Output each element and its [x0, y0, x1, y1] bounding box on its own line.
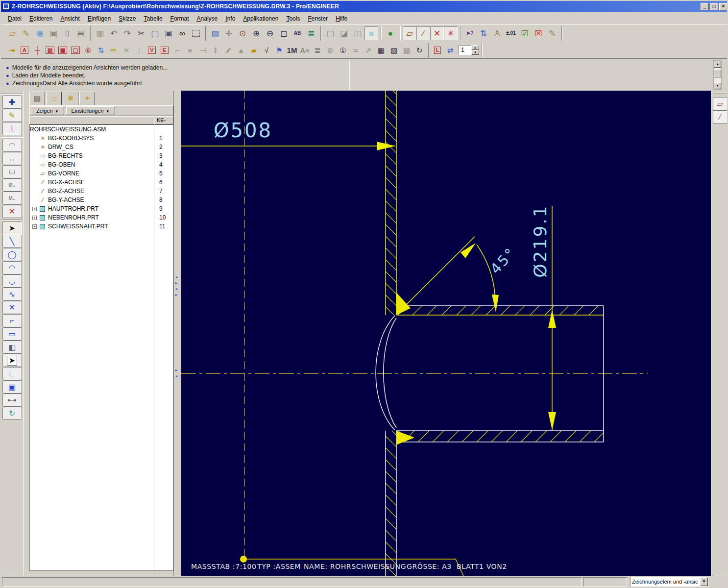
show-menu-button[interactable]: Zeigen▼	[31, 106, 64, 115]
scroll-up-icon[interactable]: ▲	[714, 61, 721, 68]
maximize-button[interactable]: □	[710, 3, 718, 10]
insert-view-button[interactable]: ⇥	[5, 44, 18, 56]
menu-item[interactable]: Fenster	[304, 14, 332, 24]
pan-zoom-button[interactable]: ✛	[222, 26, 236, 40]
menu-item[interactable]: Analyse	[193, 14, 222, 24]
circle-tool[interactable]: ◯	[2, 248, 22, 261]
text-align-button[interactable]: A≡	[298, 44, 311, 56]
report-button[interactable]: ≣	[311, 44, 324, 56]
selection-filter-combobox[interactable]: Zeichnungselem und -ansic ▼	[630, 577, 708, 587]
splitter-collapse-icon[interactable]: ▸◂	[175, 368, 177, 379]
table-update-button[interactable]: ↻	[413, 44, 426, 56]
spline-tool[interactable]: ∿	[2, 288, 22, 301]
update-views-button[interactable]: ⇄	[444, 44, 457, 56]
cleanup-dims-button[interactable]: ✏	[107, 44, 120, 56]
expand-icon[interactable]: +	[32, 207, 37, 211]
table-delete-button[interactable]: ▧	[388, 44, 400, 56]
ordinate-dim-button[interactable]: ⋮	[133, 44, 146, 56]
drawing-models-button[interactable]: L	[431, 44, 444, 56]
export-button[interactable]: ▣	[47, 26, 60, 40]
zoom-window-button[interactable]: ◻	[277, 26, 291, 40]
dimension-tool[interactable]: ↔	[2, 152, 22, 165]
ref-dimension-tool[interactable]: (..)	[2, 165, 22, 178]
tree-item-label[interactable]: BG-RECHTS	[48, 152, 156, 159]
connections-tab[interactable]: ✦	[79, 92, 95, 105]
overlay-folder-button[interactable]: ▰	[247, 44, 260, 56]
tree-row[interactable]: BG-VORNE 5	[30, 169, 173, 178]
redo-button[interactable]: ↷	[121, 26, 134, 40]
expand-icon[interactable]: +	[32, 216, 37, 220]
move-item-button[interactable]: ⇗	[362, 44, 375, 56]
arrange-dims-button[interactable]: ≍	[349, 44, 362, 56]
corner-tool[interactable]: ∟	[2, 367, 22, 380]
tree-item-label[interactable]: BG-X-ACHSE	[48, 179, 156, 186]
tree-row[interactable]: ROHRSCHWEISSUNG.ASM	[30, 125, 173, 134]
point-display-toggle[interactable]: ✕	[430, 26, 444, 40]
tree-row[interactable]: + NEBENROHR.PRT 10	[30, 213, 173, 222]
sheet-up-button[interactable]: ▲	[471, 45, 479, 50]
copy-button[interactable]: ▢	[148, 26, 162, 40]
tree-row[interactable]: BG-Z-ACHSE 7	[30, 187, 173, 196]
axis-display-toggle[interactable]: ⁄	[416, 26, 430, 40]
create-dimension-button[interactable]: ⇅	[95, 44, 107, 56]
zoom-selected-button[interactable]: ⊙	[236, 26, 249, 40]
undo-button[interactable]: ↶	[107, 26, 121, 40]
chamfer-tool[interactable]: ⌐	[2, 314, 22, 327]
plane-display-side-toggle[interactable]: ▱	[713, 97, 728, 110]
nb-check-button[interactable]: √	[260, 44, 273, 56]
scroll-thumb[interactable]	[714, 70, 721, 77]
tree-item-label[interactable]: BG-Z-ACHSE	[48, 188, 156, 195]
minimize-button[interactable]: _	[701, 3, 709, 10]
diameter-dimension-tool[interactable]: Ø..	[2, 178, 22, 192]
shaded-button[interactable]: ■	[364, 26, 378, 40]
linear-dim-tool[interactable]: ⇤⇥	[2, 393, 22, 407]
window-activate-button[interactable]: ☑	[518, 26, 532, 40]
point-tool[interactable]: ✕	[2, 301, 22, 314]
save-button[interactable]: ▦	[33, 26, 47, 40]
jog-button[interactable]: ⁄⁄	[222, 44, 235, 56]
sheet-number-input[interactable]	[459, 45, 471, 55]
bound-1m-button[interactable]: 1M	[286, 44, 298, 56]
menu-item[interactable]: Skizze	[115, 14, 140, 24]
tree-item-label[interactable]: BG-VORNE	[48, 170, 156, 177]
select-marquee-button[interactable]	[189, 26, 203, 40]
menu-item[interactable]: Format	[167, 14, 193, 24]
tree-row[interactable]: BG-KOORD-SYS 1	[30, 134, 173, 143]
sheet-frame-button[interactable]: ▢	[69, 44, 82, 56]
tree-item-label[interactable]: SCHWEISSNAHT.PRT	[48, 223, 156, 230]
dimension-main-diameter[interactable]: Ø508	[214, 119, 272, 142]
favorites-tab[interactable]: ✱	[63, 92, 78, 105]
tree-item-label[interactable]: BG-OBEN	[48, 161, 156, 168]
zoom-in-button[interactable]: ⊕	[249, 26, 263, 40]
layers-button[interactable]: ≣	[304, 26, 318, 40]
designate-button[interactable]: ⊘	[324, 44, 337, 56]
menu-item[interactable]: Tools	[282, 14, 304, 24]
paste-clipboard-button[interactable]: ▥	[93, 26, 107, 40]
menu-item[interactable]: Tabelle	[140, 14, 167, 24]
rectangle-tool[interactable]: ▭	[2, 327, 22, 341]
folder-browser-tab[interactable]: ▱	[46, 92, 62, 105]
csys-display-toggle[interactable]: ✳	[444, 26, 458, 40]
tree-row[interactable]: + SCHWEISSNAHT.PRT 11	[30, 222, 173, 231]
menu-item[interactable]: Hilfe	[332, 14, 351, 24]
tree-row[interactable]: + HAUPTROHR.PRT 9	[30, 204, 173, 213]
plane-display-toggle[interactable]: ▱	[403, 26, 416, 40]
reorient-button[interactable]: ●	[384, 26, 397, 40]
find-id-button[interactable]: ①	[337, 44, 349, 56]
toolbar-grip[interactable]	[713, 93, 727, 94]
menu-item[interactable]: Datei	[4, 14, 25, 24]
align-dims-button[interactable]: ⊣	[196, 44, 209, 56]
arc-tool[interactable]: ◠	[2, 261, 22, 274]
panel-splitter[interactable]: ◂▸◂▸ ▸◂	[173, 91, 181, 578]
dim-display-button[interactable]: ⇅	[477, 26, 490, 40]
table-button[interactable]: ▦	[375, 44, 388, 56]
properties-button[interactable]: ✎	[545, 26, 559, 40]
hatch-button[interactable]: ▩	[56, 44, 69, 56]
model-display-button[interactable]: ♙	[490, 26, 504, 40]
move-to-sheet-button[interactable]: ⌐	[171, 44, 184, 56]
combo-dropdown-icon[interactable]: ▼	[700, 577, 708, 586]
tree-item-label[interactable]: BG-KOORD-SYS	[48, 135, 156, 142]
offset-tool[interactable]: ▣	[2, 380, 22, 393]
sheet-down-button[interactable]: ▼	[471, 50, 479, 55]
overlay-a-button[interactable]: ▲	[235, 44, 247, 56]
